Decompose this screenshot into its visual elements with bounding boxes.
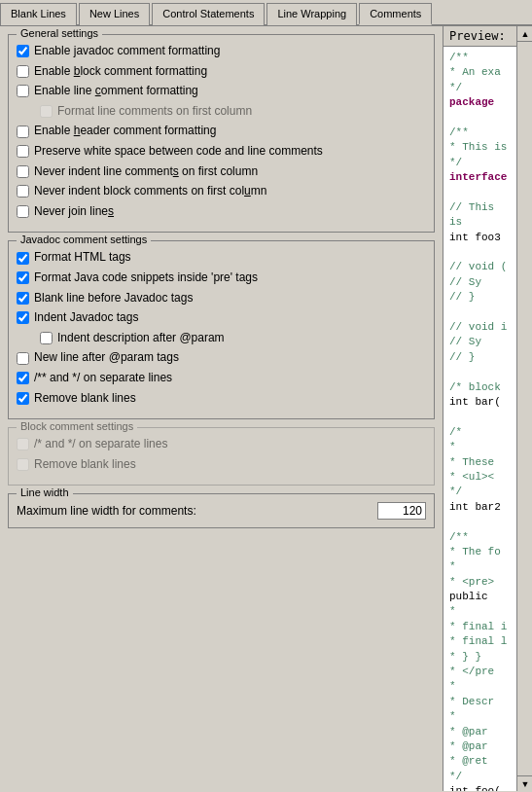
option-javadoc-separate-lines: /** and */ on separate lines	[17, 371, 426, 386]
option-block-separate-lines: /* and */ on separate lines	[17, 437, 426, 452]
preview-line: /* block	[449, 380, 511, 395]
checkbox-javadoc-separate-lines[interactable]	[17, 372, 29, 384]
preview-line: * @par	[449, 725, 511, 739]
option-indent-desc: Indent description after @param	[17, 331, 426, 346]
general-settings-group: General settings Enable javadoc comment …	[8, 34, 435, 233]
checkbox-blank-line-before[interactable]	[17, 292, 29, 305]
preview-line: interface	[449, 170, 511, 185]
option-format-html: Format HTML tags	[17, 250, 426, 266]
checkbox-remove-blank-block	[17, 458, 29, 471]
tab-control-statements[interactable]: Control Statements	[152, 3, 265, 25]
max-line-width-label: Maximum line width for comments:	[17, 504, 196, 518]
preview-line: int bar2	[449, 500, 511, 515]
label-preserve-whitespace: Preserve white space between code and li…	[34, 144, 323, 160]
preview-line: * } }	[449, 650, 511, 665]
option-indent-javadoc: Indent Javadoc tags	[17, 310, 426, 326]
checkbox-enable-javadoc[interactable]	[17, 45, 29, 57]
preview-line: * final l	[449, 634, 511, 649]
preview-line: * <pre>	[449, 575, 511, 590]
javadoc-settings-group: Javadoc comment settings Format HTML tag…	[8, 240, 435, 419]
checkbox-indent-javadoc[interactable]	[17, 311, 29, 324]
preview-line	[449, 365, 511, 379]
preview-line: *	[449, 440, 511, 454]
left-panel: General settings Enable javadoc comment …	[0, 26, 443, 791]
preview-content: /** * An exa */ package /** * This is */…	[443, 47, 516, 791]
preview-line: * These	[449, 455, 511, 470]
option-format-java-code: Format Java code snippets inside 'pre' t…	[17, 270, 426, 286]
option-never-join: Never join lines	[17, 204, 426, 220]
preview-line: * This is	[449, 140, 511, 155]
tab-new-lines[interactable]: New Lines	[79, 3, 150, 25]
checkbox-format-first-col	[40, 105, 53, 118]
preview-line: // }	[449, 350, 511, 365]
label-new-line-param: New line after @param tags	[34, 350, 179, 366]
preview-line	[449, 515, 511, 529]
preview-line: * </pre	[449, 665, 511, 679]
option-remove-blank-javadoc: Remove blank lines	[17, 391, 426, 407]
tab-comments[interactable]: Comments	[359, 3, 432, 25]
scrollbar: ▲ ▼	[516, 26, 532, 791]
option-format-first-col: Format line comments on first column	[17, 104, 426, 120]
checkbox-preserve-whitespace[interactable]	[17, 145, 29, 158]
label-enable-header: Enable header comment formatting	[34, 124, 216, 139]
preview-line: */	[449, 770, 511, 784]
checkbox-format-java-code[interactable]	[17, 271, 29, 284]
option-enable-block: Enable block comment formatting	[17, 64, 426, 80]
tab-blank-lines[interactable]: Blank Lines	[0, 3, 77, 25]
preview-line	[449, 111, 511, 126]
preview-line: */	[449, 156, 511, 170]
checkbox-block-separate-lines	[17, 438, 29, 450]
preview-header: Preview:	[443, 26, 516, 47]
preview-line: // }	[449, 290, 511, 305]
label-enable-line: Enable line comment formatting	[34, 84, 198, 99]
label-never-indent-line: Never indent line comments on first colu…	[34, 164, 258, 180]
preview-line: // void i	[449, 320, 511, 335]
option-never-indent-line: Never indent line comments on first colu…	[17, 164, 426, 180]
preview-line	[449, 410, 511, 424]
checkbox-never-indent-block[interactable]	[17, 185, 29, 198]
preview-line: *	[449, 709, 511, 724]
tab-line-wrapping[interactable]: Line Wrapping	[266, 3, 357, 25]
label-enable-javadoc: Enable javadoc comment formatting	[34, 44, 220, 59]
checkbox-never-join[interactable]	[17, 205, 29, 218]
preview-line: *	[449, 604, 511, 619]
preview-line: int foo(	[449, 784, 511, 791]
checkbox-indent-desc[interactable]	[40, 332, 53, 344]
preview-line: package	[449, 95, 511, 110]
checkbox-enable-block[interactable]	[17, 65, 29, 78]
preview-line: // void (	[449, 260, 511, 274]
preview-line: * final i	[449, 620, 511, 634]
checkbox-remove-blank-javadoc[interactable]	[17, 392, 29, 405]
option-never-indent-block: Never indent block comments on first col…	[17, 184, 426, 199]
checkbox-enable-header[interactable]	[17, 126, 29, 138]
preview-line: int foo3	[449, 231, 511, 245]
scroll-up-button[interactable]: ▲	[517, 26, 532, 42]
preview-line: * @ret	[449, 754, 511, 769]
checkbox-new-line-param[interactable]	[17, 352, 29, 365]
checkbox-format-html[interactable]	[17, 252, 29, 265]
label-remove-blank-javadoc: Remove blank lines	[34, 391, 136, 407]
preview-line: * @par	[449, 739, 511, 754]
preview-line: // Sy	[449, 275, 511, 290]
max-line-width-input[interactable]	[377, 502, 426, 520]
line-width-section: Line width Maximum line width for commen…	[8, 493, 435, 528]
preview-line: int bar(	[449, 395, 511, 410]
preview-line: /**	[449, 126, 511, 140]
tab-bar: Blank Lines New Lines Control Statements…	[0, 0, 532, 26]
preview-line: * Descr	[449, 695, 511, 709]
preview-line: *	[449, 679, 511, 694]
scroll-down-button[interactable]: ▼	[517, 775, 532, 791]
checkbox-enable-line[interactable]	[17, 85, 29, 97]
checkbox-never-indent-line[interactable]	[17, 165, 29, 178]
preview-line: /*	[449, 425, 511, 440]
label-block-separate-lines: /* and */ on separate lines	[34, 437, 167, 452]
preview-line: * <ul><	[449, 470, 511, 485]
preview-line: * An exa	[449, 65, 511, 80]
option-remove-blank-block: Remove blank lines	[17, 457, 426, 473]
preview-line	[449, 245, 511, 260]
label-never-join: Never join lines	[34, 204, 114, 220]
label-format-first-col: Format line comments on first column	[57, 104, 252, 120]
label-format-java-code: Format Java code snippets inside 'pre' t…	[34, 270, 258, 286]
scroll-track	[517, 42, 532, 775]
preview-line: public	[449, 590, 511, 604]
